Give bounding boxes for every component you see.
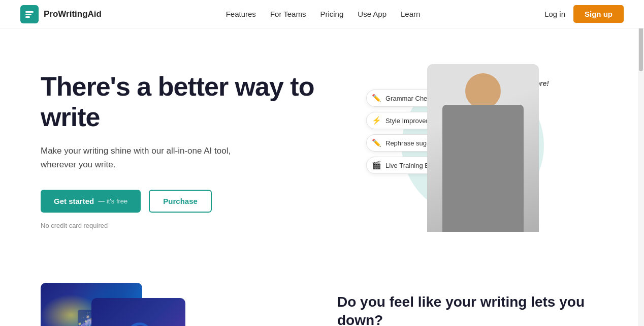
logo-icon [20, 5, 39, 23]
nav-item-use-app[interactable]: Use App [358, 10, 387, 19]
get-started-button[interactable]: Get started — it's free [41, 190, 141, 213]
image-card-blue [91, 298, 185, 326]
nav-links: Features For Teams Pricing Use App Learn [226, 10, 421, 19]
navbar: ProWritingAid Features For Teams Pricing… [0, 0, 644, 28]
svg-rect-1 [25, 14, 31, 15]
svg-rect-0 [25, 11, 34, 13]
hero-illustration: ✏️ Grammar Checking ⚡ Style Improvements… [366, 64, 559, 237]
nav-item-pricing[interactable]: Pricing [320, 10, 343, 19]
scrollbar-track[interactable] [638, 0, 644, 326]
hero-right: ✏️ Grammar Checking ⚡ Style Improvements… [322, 59, 603, 242]
no-credit-text: No credit card required [41, 222, 322, 229]
brand-name: ProWritingAid [44, 9, 102, 19]
second-right: Do you feel like your writing lets you d… [337, 283, 603, 326]
purchase-button[interactable]: Purchase [149, 190, 212, 213]
person-torso [442, 105, 524, 232]
hero-section: There's a better way to write Make your … [0, 28, 644, 262]
nav-item-for-teams[interactable]: For Teams [270, 10, 306, 19]
grammar-icon: ✏️ [372, 94, 381, 103]
hero-title: There's a better way to write [41, 72, 322, 133]
brand[interactable]: ProWritingAid [20, 5, 102, 23]
second-section: My idea in my head Do you feel like your… [0, 262, 644, 326]
person-head [465, 73, 501, 109]
free-label: — it's free [98, 197, 127, 205]
section-title: Do you feel like your writing lets you d… [337, 293, 603, 326]
nav-item-learn[interactable]: Learn [401, 10, 420, 19]
training-icon: 🎬 [372, 161, 381, 170]
rephrase-icon: ✏️ [372, 138, 381, 147]
person-illustration [427, 64, 539, 232]
hero-subtitle: Make your writing shine with our all-in-… [41, 144, 259, 171]
navbar-actions: Log in Sign up [544, 5, 624, 23]
svg-rect-2 [25, 16, 30, 18]
login-button[interactable]: Log in [544, 10, 565, 18]
style-icon: ⚡ [372, 116, 381, 125]
signup-button[interactable]: Sign up [573, 5, 624, 23]
person-body-illustration [427, 64, 539, 232]
second-left: My idea in my head [41, 283, 307, 326]
hero-left: There's a better way to write Make your … [41, 72, 322, 229]
nav-item-features[interactable]: Features [226, 10, 256, 19]
hero-buttons: Get started — it's free Purchase [41, 190, 322, 213]
